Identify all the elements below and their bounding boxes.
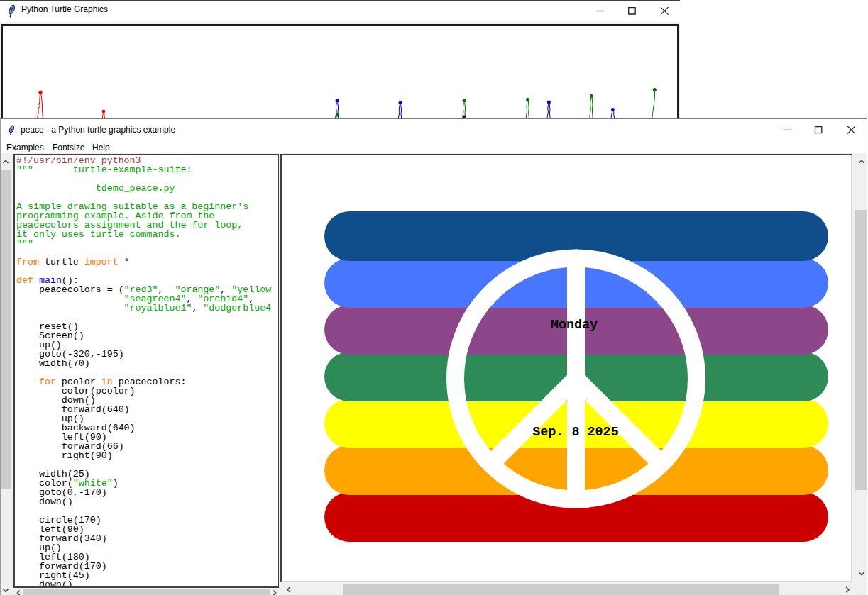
svg-text:Monday: Monday xyxy=(551,318,598,333)
svg-text:Sep. 8 2025: Sep. 8 2025 xyxy=(532,425,618,440)
